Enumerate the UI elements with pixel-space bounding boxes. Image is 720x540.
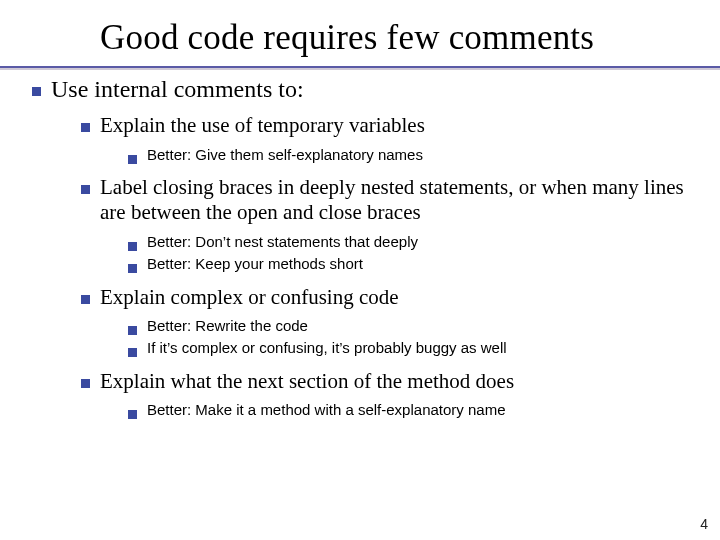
square-bullet-icon <box>32 87 41 96</box>
list-item-text: Better: Rewrite the code <box>147 316 698 336</box>
square-bullet-icon <box>81 123 90 132</box>
list-item-text: Explain what the next section of the met… <box>100 369 514 393</box>
bullet-list-level3: Better: Don’t nest statements that deepl… <box>128 232 698 275</box>
list-item-text: Better: Give them self-explanatory names <box>147 145 698 165</box>
square-bullet-icon <box>81 295 90 304</box>
title-underline-shadow <box>0 68 720 70</box>
bullet-list-level3: Better: Give them self-explanatory names <box>128 145 698 165</box>
bullet-list-level3: Better: Make it a method with a self-exp… <box>128 400 698 420</box>
slide-title: Good code requires few comments <box>100 18 698 58</box>
bullet-list-level2: Explain the use of temporary variables B… <box>81 113 698 429</box>
square-bullet-icon <box>128 348 137 357</box>
list-item-text: Label closing braces in deeply nested st… <box>100 175 684 225</box>
square-bullet-icon <box>128 264 137 273</box>
list-item: Better: Keep your methods short <box>128 254 698 274</box>
list-item: Use internal comments to: Explain the us… <box>32 76 698 431</box>
square-bullet-icon <box>128 326 137 335</box>
list-item-text: Better: Make it a method with a self-exp… <box>147 400 698 420</box>
list-item-text: Explain the use of temporary variables <box>100 113 425 137</box>
list-item: If it’s complex or confusing, it’s proba… <box>128 338 698 358</box>
list-item: Explain what the next section of the met… <box>81 369 698 429</box>
list-item-text: If it’s complex or confusing, it’s proba… <box>147 338 698 358</box>
list-item-text: Use internal comments to: <box>51 76 304 102</box>
bullet-list-level3: Better: Rewrite the code If it’s complex… <box>128 316 698 359</box>
slide-body: Use internal comments to: Explain the us… <box>22 76 698 431</box>
list-item-text: Explain complex or confusing code <box>100 285 399 309</box>
list-item: Better: Make it a method with a self-exp… <box>128 400 698 420</box>
list-item: Better: Rewrite the code <box>128 316 698 336</box>
page-number: 4 <box>700 516 708 532</box>
square-bullet-icon <box>128 410 137 419</box>
list-item: Label closing braces in deeply nested st… <box>81 175 698 283</box>
square-bullet-icon <box>81 185 90 194</box>
square-bullet-icon <box>81 379 90 388</box>
list-item: Explain complex or confusing code Better… <box>81 285 698 367</box>
bullet-list-level1: Use internal comments to: Explain the us… <box>32 76 698 431</box>
list-item-text: Better: Don’t nest statements that deepl… <box>147 232 698 252</box>
list-item: Better: Give them self-explanatory names <box>128 145 698 165</box>
list-item: Better: Don’t nest statements that deepl… <box>128 232 698 252</box>
list-item: Explain the use of temporary variables B… <box>81 113 698 173</box>
square-bullet-icon <box>128 155 137 164</box>
square-bullet-icon <box>128 242 137 251</box>
list-item-text: Better: Keep your methods short <box>147 254 698 274</box>
